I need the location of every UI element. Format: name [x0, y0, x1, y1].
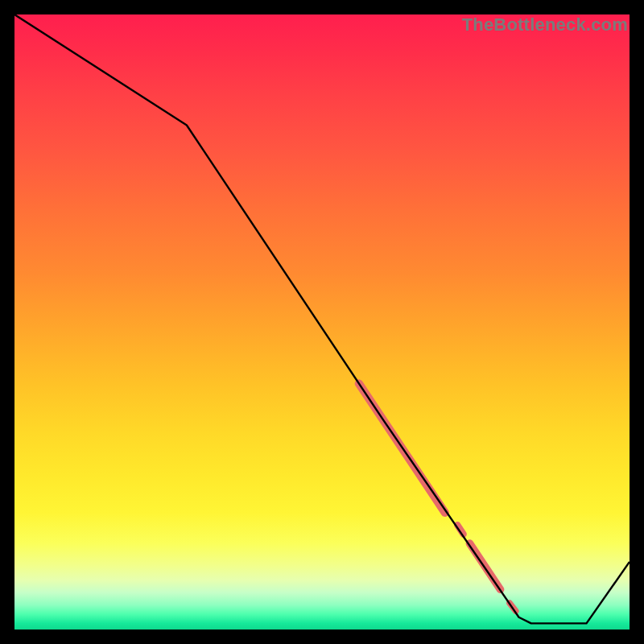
plot-area: TheBottleneck.com	[14, 14, 630, 630]
chart-frame: TheBottleneck.com	[0, 0, 644, 644]
data-line	[14, 14, 630, 623]
chart-overlay	[14, 14, 630, 630]
